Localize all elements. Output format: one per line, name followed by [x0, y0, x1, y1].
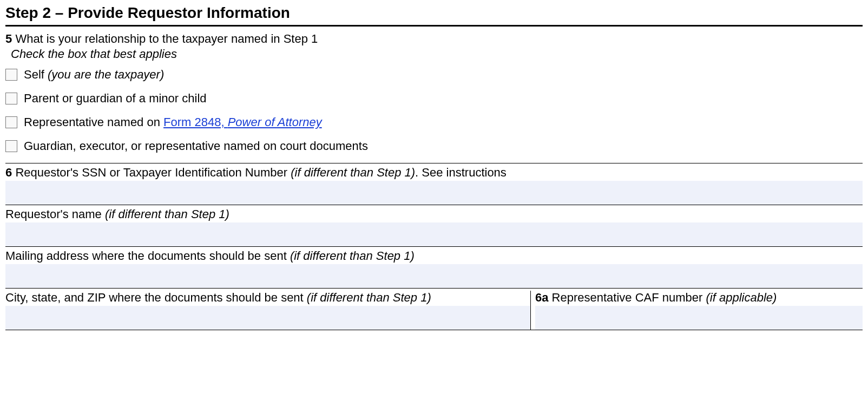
- field-6a-text-b: (if applicable): [706, 291, 777, 304]
- field-name-text-a: Requestor's name: [5, 207, 105, 221]
- field-city-text-b: (if different than Step 1): [307, 291, 431, 304]
- field-6-ssn-text-b: (if different than Step 1): [291, 166, 415, 179]
- option-self-row: Self (you are the taxpayer): [5, 68, 863, 82]
- field-6-ssn-text-a: Requestor's SSN or Taxpayer Identificati…: [15, 166, 291, 179]
- form-2848-link-a: Form 2848,: [163, 115, 228, 129]
- option-self-prefix: Self: [24, 68, 48, 81]
- field-6-ssn-label: 6 Requestor's SSN or Taxpayer Identifica…: [5, 166, 863, 180]
- option-rep-prefix: Representative named on: [24, 115, 163, 129]
- question-5-subtext: Check the box that best applies: [11, 47, 863, 61]
- field-6-ssn-text-c: . See instructions: [415, 166, 507, 179]
- question-5-line: 5 What is your relationship to the taxpa…: [5, 32, 863, 46]
- field-requestor-name-label: Requestor's name (if different than Step…: [5, 207, 863, 221]
- option-parent-row: Parent or guardian of a minor child: [5, 91, 863, 106]
- checkbox-self[interactable]: [5, 69, 17, 81]
- field-6a-caf-block: 6a Representative CAF number (if applica…: [530, 291, 863, 330]
- mailing-address-input[interactable]: [5, 264, 863, 288]
- option-self-italic: (you are the taxpayer): [48, 68, 164, 81]
- requestor-name-input[interactable]: [5, 222, 863, 246]
- checkbox-guardian[interactable]: [5, 140, 17, 152]
- question-6-number: 6: [5, 166, 12, 179]
- option-representative-row: Representative named on Form 2848, Power…: [5, 115, 863, 129]
- field-city-caf-row: City, state, and ZIP where the documents…: [5, 288, 863, 330]
- option-parent-label: Parent or guardian of a minor child: [24, 91, 207, 106]
- field-6-ssn-block: 6 Requestor's SSN or Taxpayer Identifica…: [5, 163, 863, 205]
- field-mailing-address-block: Mailing address where the documents shou…: [5, 246, 863, 288]
- form-2848-link-b: Power of Attorney: [228, 115, 322, 129]
- question-6a-number: 6a: [535, 291, 548, 304]
- option-representative-label: Representative named on Form 2848, Power…: [24, 115, 322, 129]
- field-6a-caf-label: 6a Representative CAF number (if applica…: [535, 291, 863, 305]
- step-heading: Step 2 – Provide Requestor Information: [5, 4, 863, 27]
- requestor-ssn-input[interactable]: [5, 181, 863, 205]
- city-state-zip-input[interactable]: [5, 306, 530, 330]
- field-mail-text-b: (if different than Step 1): [290, 249, 415, 263]
- field-6a-text-a: Representative CAF number: [552, 291, 706, 304]
- caf-number-input[interactable]: [535, 306, 863, 330]
- option-guardian-label: Guardian, executor, or representative na…: [24, 139, 368, 153]
- option-guardian-row: Guardian, executor, or representative na…: [5, 139, 863, 153]
- field-mailing-address-label: Mailing address where the documents shou…: [5, 249, 863, 263]
- field-city-block: City, state, and ZIP where the documents…: [5, 291, 530, 330]
- form-2848-link[interactable]: Form 2848, Power of Attorney: [163, 115, 322, 129]
- field-city-label: City, state, and ZIP where the documents…: [5, 291, 530, 305]
- question-5-text: What is your relationship to the taxpaye…: [15, 32, 318, 45]
- option-self-label: Self (you are the taxpayer): [24, 68, 164, 82]
- field-city-text-a: City, state, and ZIP where the documents…: [5, 291, 307, 304]
- field-requestor-name-block: Requestor's name (if different than Step…: [5, 205, 863, 246]
- question-5-number: 5: [5, 32, 12, 45]
- checkbox-parent[interactable]: [5, 93, 17, 104]
- field-name-text-b: (if different than Step 1): [105, 207, 229, 221]
- checkbox-representative[interactable]: [5, 116, 17, 128]
- field-mail-text-a: Mailing address where the documents shou…: [5, 249, 290, 263]
